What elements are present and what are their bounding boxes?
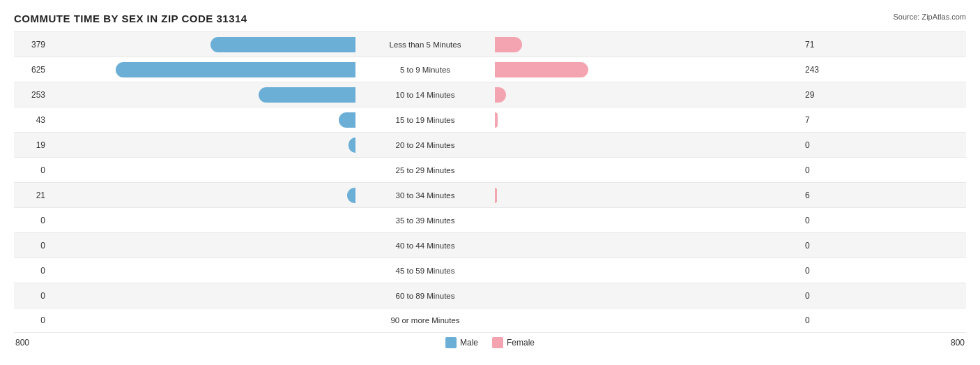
male-bar-wrap (49, 112, 355, 128)
male-bar (347, 188, 355, 203)
row-label: 15 to 19 Minutes (355, 116, 495, 124)
male-bar-wrap (49, 37, 355, 52)
female-value: 6 (805, 191, 826, 200)
row-label: 25 to 29 Minutes (355, 166, 495, 174)
female-value: 0 (805, 140, 826, 150)
male-value: 21 (24, 191, 45, 200)
left-side: 0 (14, 163, 355, 178)
female-bar-wrap (495, 163, 802, 178)
male-bar-wrap (49, 263, 355, 278)
left-side: 625 (14, 62, 355, 77)
bottom-area: 800 Male Female 800 (14, 337, 966, 348)
right-side: 0 (495, 263, 836, 278)
right-side: 6 (495, 188, 836, 203)
female-value: 0 (805, 315, 826, 325)
male-value: 625 (24, 65, 45, 75)
male-value: 0 (24, 216, 45, 225)
male-bar-wrap (49, 213, 355, 228)
right-side: 0 (495, 137, 836, 153)
left-side: 0 (14, 213, 355, 228)
female-value: 0 (805, 241, 826, 251)
female-bar-wrap (495, 87, 802, 103)
left-side: 43 (14, 112, 355, 128)
male-bar-wrap (49, 288, 355, 304)
legend-female: Female (492, 337, 535, 348)
female-value: 7 (805, 115, 826, 125)
table-row: 253 10 to 14 Minutes 29 (14, 82, 966, 107)
left-side: 0 (14, 288, 355, 304)
female-bar (495, 62, 588, 77)
row-label: 40 to 44 Minutes (355, 241, 495, 250)
female-value: 0 (805, 165, 826, 175)
right-side: 243 (495, 62, 836, 77)
female-bar-wrap (495, 263, 802, 278)
female-bar (495, 188, 497, 203)
row-label: 35 to 39 Minutes (355, 216, 495, 225)
male-bar (259, 87, 355, 103)
left-side: 0 (14, 313, 355, 328)
table-row: 21 30 to 34 Minutes 6 (14, 182, 966, 207)
left-side: 253 (14, 87, 355, 103)
female-bar (495, 87, 506, 103)
left-side: 21 (14, 188, 355, 203)
male-value: 0 (24, 266, 45, 276)
right-side: 0 (495, 313, 836, 328)
table-row: 0 45 to 59 Minutes 0 (14, 258, 966, 283)
male-value: 0 (24, 315, 45, 325)
female-bar-wrap (495, 213, 802, 228)
left-side: 379 (14, 37, 355, 52)
female-label: Female (507, 338, 535, 348)
right-side: 29 (495, 87, 836, 103)
female-value: 0 (805, 216, 826, 225)
left-side: 19 (14, 137, 355, 153)
legend-male: Male (445, 337, 478, 348)
male-bar-wrap (49, 313, 355, 328)
male-bar-wrap (49, 163, 355, 178)
left-side: 0 (14, 238, 355, 253)
male-value: 379 (24, 40, 45, 50)
male-bar-wrap (49, 137, 355, 153)
row-label: 60 to 89 Minutes (355, 292, 495, 300)
male-bar (210, 37, 355, 52)
axis-right: 800 (951, 338, 965, 348)
male-value: 19 (24, 140, 45, 150)
female-value: 243 (805, 65, 826, 75)
male-bar-wrap (49, 62, 355, 77)
female-bar-wrap (495, 137, 802, 153)
male-bar (116, 62, 355, 77)
male-value: 253 (24, 90, 45, 100)
row-label: 10 to 14 Minutes (355, 91, 495, 99)
row-label: 5 to 9 Minutes (355, 66, 495, 74)
female-bar-wrap (495, 112, 802, 128)
right-side: 0 (495, 238, 836, 253)
male-swatch (445, 337, 457, 348)
row-label: Less than 5 Minutes (355, 40, 495, 49)
table-row: 0 35 to 39 Minutes 0 (14, 207, 966, 232)
right-side: 71 (495, 37, 836, 52)
table-row: 43 15 to 19 Minutes 7 (14, 107, 966, 132)
female-value: 0 (805, 266, 826, 276)
male-value: 43 (24, 115, 45, 125)
male-value: 0 (24, 241, 45, 251)
right-side: 0 (495, 213, 836, 228)
table-row: 19 20 to 24 Minutes 0 (14, 132, 966, 157)
left-side: 0 (14, 263, 355, 278)
male-bar-wrap (49, 188, 355, 203)
female-bar-wrap (495, 313, 802, 328)
male-bar (339, 112, 355, 128)
female-value: 29 (805, 90, 826, 100)
table-row: 0 25 to 29 Minutes 0 (14, 157, 966, 182)
female-bar-wrap (495, 62, 802, 77)
table-row: 0 60 to 89 Minutes 0 (14, 283, 966, 308)
table-row: 0 90 or more Minutes 0 (14, 308, 966, 333)
female-bar (495, 112, 498, 128)
male-value: 0 (24, 165, 45, 175)
female-swatch (492, 337, 503, 348)
female-bar-wrap (495, 188, 802, 203)
chart-rows: 379 Less than 5 Minutes 71 625 5 to 9 Mi… (14, 31, 966, 333)
source-label: Source: ZipAtlas.com (893, 13, 966, 21)
female-bar-wrap (495, 238, 802, 253)
female-bar (495, 37, 522, 52)
title-row: COMMUTE TIME BY SEX IN ZIP CODE 31314 So… (14, 13, 966, 24)
legend: Male Female (445, 337, 535, 348)
